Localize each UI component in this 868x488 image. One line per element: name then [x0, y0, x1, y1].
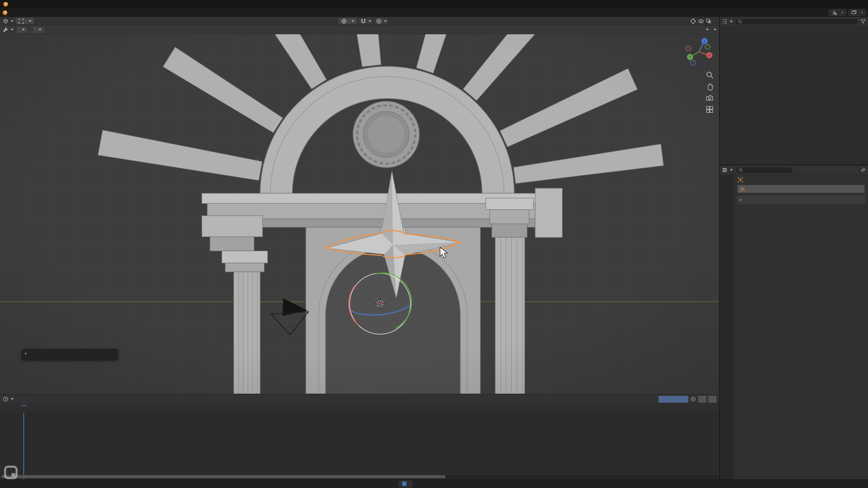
viewport-header: [0, 17, 719, 25]
right-panel-column: ▾: [720, 17, 868, 479]
show-overlays-icon[interactable]: [698, 18, 704, 24]
panel-collapse-arrow-icon[interactable]: ▾: [25, 351, 27, 356]
scene-selector[interactable]: ×: [829, 9, 846, 16]
axis-y-negative[interactable]: [705, 44, 710, 49]
pan-hand-icon[interactable]: [706, 82, 714, 90]
editor-type-properties[interactable]: [722, 167, 733, 173]
blender-logo-icon: [3, 1, 8, 7]
properties-content: ▾: [734, 175, 868, 479]
blender-window: × ×: [0, 0, 868, 488]
proportional-dropdown-caret[interactable]: [384, 20, 387, 22]
timeline-scrollbar[interactable]: [1, 475, 718, 478]
medallion: [353, 101, 419, 168]
viewport-3d[interactable]: Z X Y ▾: [0, 34, 719, 394]
title-bar: [0, 0, 868, 8]
scene-icon: [831, 10, 837, 16]
top-bar: × ×: [0, 8, 868, 17]
object-name-field[interactable]: [737, 185, 865, 193]
shading-mode-group: [714, 21, 716, 21]
rotation-gizmo[interactable]: [349, 273, 412, 334]
properties-header: [720, 165, 868, 175]
object-mode-icon: [18, 18, 24, 24]
autokey-clock-icon[interactable]: [690, 396, 696, 402]
properties-search-input[interactable]: [745, 167, 790, 172]
pin-icon[interactable]: [860, 167, 866, 173]
drag-mode-dropdown[interactable]: [33, 26, 44, 33]
editor-type-3d-viewport[interactable]: [3, 18, 14, 24]
transform-section-header[interactable]: ▾: [737, 196, 865, 204]
viewlayer-selector[interactable]: ×: [848, 9, 866, 16]
svg-text:X: X: [708, 54, 711, 57]
snap-dropdown-caret[interactable]: [369, 20, 371, 22]
tool-settings-dropdown[interactable]: [3, 27, 14, 33]
playhead-frame-tag[interactable]: [21, 405, 27, 406]
xray-toggle-icon[interactable]: [706, 18, 712, 24]
outliner-editor: [720, 17, 868, 165]
tool-settings-icon: [3, 27, 8, 33]
navigation-gizmo[interactable]: Z X Y: [683, 36, 714, 67]
outliner-header: [720, 17, 868, 26]
properties-search[interactable]: [735, 167, 793, 174]
tool-preset-dropdown[interactable]: [16, 26, 27, 33]
properties-body: ▾: [720, 175, 868, 479]
snapping-group: [359, 18, 373, 24]
timeline-header: [0, 394, 719, 404]
mode-dropdown[interactable]: [16, 18, 34, 24]
viewport-editor-icon: [3, 18, 8, 24]
outliner-editor-icon: [722, 19, 728, 24]
topbar-right: × ×: [827, 9, 866, 16]
start-frame-field[interactable]: [698, 396, 706, 403]
outliner-search[interactable]: [735, 18, 858, 25]
globe-icon: [341, 18, 347, 24]
properties-editor-icon: [722, 167, 728, 173]
blender-menu-icon[interactable]: [2, 10, 8, 16]
conjuresdf-dropdown[interactable]: [711, 29, 716, 30]
proportional-editing-icon[interactable]: [376, 18, 382, 24]
end-frame-field[interactable]: [708, 396, 716, 403]
timeline-editor: [0, 394, 719, 479]
camera-view-icon[interactable]: [706, 94, 714, 102]
timeline-editor-icon: [3, 396, 8, 402]
timeline-ruler[interactable]: [0, 404, 719, 413]
proportional-editing-group: [375, 18, 388, 24]
properties-editor: ▾: [720, 165, 868, 479]
breadcrumb: [734, 175, 868, 184]
last-operator-notification[interactable]: [398, 481, 413, 487]
filter-icon[interactable]: [860, 19, 866, 24]
editor-type-timeline[interactable]: [3, 396, 14, 402]
zoom-icon[interactable]: [706, 71, 714, 79]
search-icon: [738, 19, 742, 24]
transform-orientation-dropdown[interactable]: [338, 18, 357, 24]
object-icon: [737, 177, 743, 183]
timeline-track-area[interactable]: [0, 404, 719, 479]
outliner-search-input[interactable]: [744, 19, 855, 24]
object-name-row: [737, 185, 865, 193]
viewlayer-remove-icon[interactable]: ×: [861, 10, 863, 15]
viewlayer-icon: [851, 10, 857, 16]
svg-text:Y: Y: [689, 55, 691, 59]
outliner-tree: [720, 26, 868, 164]
properties-tab-strip: [720, 175, 734, 479]
timeline-range-controls: [658, 396, 716, 403]
object-icon: [740, 187, 745, 191]
apply-transform-panel[interactable]: ▾: [22, 349, 118, 360]
close-button[interactable]: [850, 0, 865, 8]
viewport-canvas[interactable]: [0, 34, 719, 394]
axis-x-negative[interactable]: [686, 46, 691, 51]
tool-settings-bar: [0, 25, 719, 34]
current-frame-field[interactable]: [658, 396, 688, 403]
window-controls: [821, 0, 865, 8]
scene-unlink-icon[interactable]: ×: [841, 10, 844, 15]
minimize-button[interactable]: [821, 0, 835, 8]
magnet-icon[interactable]: [360, 18, 366, 24]
viewport-side-controls: [706, 71, 714, 114]
ortho-toggle-icon[interactable]: [706, 105, 714, 114]
axis-z-negative[interactable]: [691, 60, 696, 65]
editor-type-outliner[interactable]: [722, 19, 733, 24]
maximize-button[interactable]: [835, 0, 850, 8]
playhead[interactable]: [23, 413, 24, 479]
collapse-arrow-icon: ▾: [739, 198, 743, 202]
show-gizmo-icon[interactable]: [690, 18, 696, 24]
main-area: Z X Y ▾: [0, 17, 868, 479]
options-dropdown[interactable]: [704, 29, 709, 30]
